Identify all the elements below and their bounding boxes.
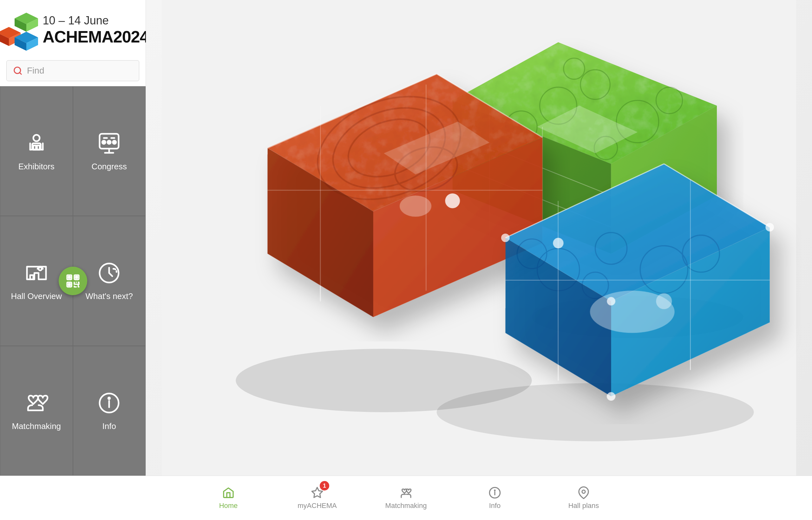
svg-rect-17 [37, 146, 39, 150]
grid-item-congress[interactable]: Congress [73, 86, 146, 216]
logo-text: 10 – 14 June ACHEMA2024 [43, 14, 149, 46]
grid-item-exhibitors[interactable]: Exhibitors [0, 86, 73, 216]
exhibitors-label: Exhibitors [18, 162, 55, 172]
congress-icon [96, 131, 122, 156]
svg-rect-33 [75, 276, 77, 278]
svg-line-10 [20, 73, 21, 74]
hero-cubes-illustration [146, 0, 812, 476]
nav-hall-plans-label: Hall plans [568, 502, 599, 510]
whats-next-icon [96, 260, 122, 286]
grid-item-matchmaking[interactable]: Matchmaking [0, 346, 73, 476]
svg-point-11 [33, 135, 40, 141]
nav-info-label: Info [489, 502, 501, 510]
nav-matchmaking-label: Matchmaking [385, 502, 427, 510]
nav-item-my-achema[interactable]: 1 myACHEMA [273, 476, 362, 520]
svg-rect-16 [33, 146, 36, 150]
svg-point-21 [102, 141, 106, 144]
logo-area: 10 – 14 June ACHEMA2024 [0, 0, 146, 57]
svg-point-97 [582, 490, 585, 493]
nav-item-matchmaking-nav[interactable]: Matchmaking [362, 476, 450, 520]
nav-item-hall-plans[interactable]: Hall plans [539, 476, 628, 520]
handshake-nav-icon [400, 486, 412, 499]
content-area [146, 0, 812, 476]
search-bar[interactable]: Find [6, 60, 139, 81]
svg-point-89 [607, 392, 615, 401]
home-nav-icon [222, 486, 235, 499]
grid-item-info[interactable]: Info [73, 346, 146, 476]
info-label: Info [102, 421, 116, 431]
svg-point-90 [607, 297, 615, 306]
event-brand: ACHEMA2024 [43, 27, 149, 46]
info-nav-icon [488, 486, 501, 499]
svg-point-81 [656, 293, 672, 309]
app-container: 10 – 14 June ACHEMA2024 Find [0, 0, 812, 476]
congress-label: Congress [92, 162, 127, 172]
whats-next-label: What's next? [86, 291, 133, 301]
svg-point-28 [108, 397, 110, 399]
hall-overview-label: Hall Overview [11, 291, 62, 301]
logo-wrapper: 10 – 14 June ACHEMA2024 [0, 9, 148, 51]
hall-overview-icon [24, 260, 49, 286]
exhibitors-icon [24, 131, 49, 156]
svg-point-22 [107, 141, 111, 144]
sidebar: 10 – 14 June ACHEMA2024 Find [0, 0, 146, 476]
grid-menu: Exhibitors Congress [0, 86, 146, 476]
bottom-nav: Home 1 myACHEMA Matchmaking [0, 476, 812, 520]
svg-point-92 [553, 238, 563, 248]
search-icon [13, 66, 23, 75]
achema-logo-cubes [0, 9, 39, 51]
svg-point-23 [113, 141, 116, 144]
svg-rect-32 [68, 276, 70, 278]
event-date: 10 – 14 June [43, 14, 149, 27]
nav-item-home[interactable]: Home [184, 476, 273, 520]
svg-point-91 [445, 193, 460, 208]
svg-point-37 [437, 383, 754, 441]
matchmaking-label: Matchmaking [12, 421, 61, 431]
svg-point-88 [765, 223, 774, 231]
svg-point-64 [400, 196, 431, 217]
qr-scan-button[interactable] [59, 267, 87, 295]
svg-point-87 [501, 234, 510, 242]
nav-my-achema-label: myACHEMA [298, 502, 336, 510]
nav-home-label: Home [219, 502, 238, 510]
svg-rect-34 [68, 283, 70, 285]
matchmaking-icon [24, 390, 49, 416]
search-placeholder: Find [27, 66, 44, 76]
nav-item-info-nav[interactable]: Info [450, 476, 539, 520]
hero-image [146, 0, 812, 476]
svg-point-96 [494, 490, 495, 491]
map-pin-nav-icon [577, 486, 590, 499]
my-achema-badge: 1 [320, 481, 329, 491]
info-icon [96, 390, 122, 416]
